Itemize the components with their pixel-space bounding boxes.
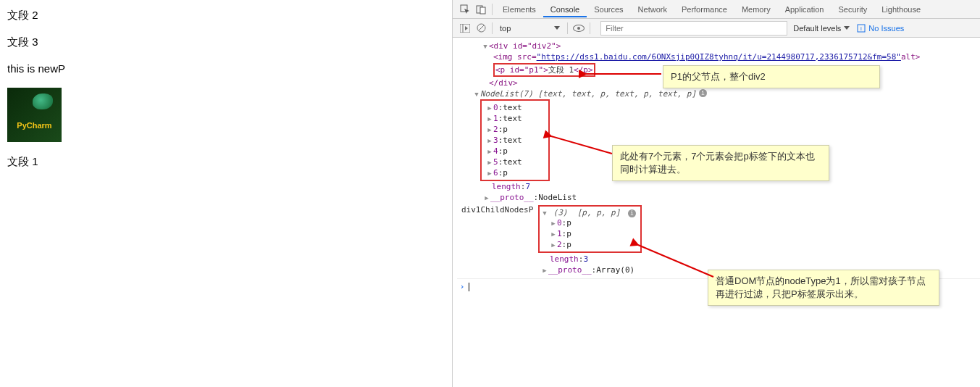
dom-text: 文段 1 bbox=[548, 65, 574, 75]
object-header: NodeList(7) bbox=[480, 89, 533, 99]
device-toggle-icon[interactable] bbox=[473, 1, 489, 17]
page-preview-pane: 文段 2 文段 3 this is newP PyCharm 文段 1 bbox=[0, 0, 453, 387]
filter-input[interactable] bbox=[600, 21, 787, 36]
tab-security[interactable]: Security bbox=[831, 1, 874, 17]
dom-tag: <div id="div2"> bbox=[489, 41, 561, 51]
filter-input-wrap bbox=[600, 21, 787, 36]
tab-lighthouse[interactable]: Lighthouse bbox=[874, 1, 928, 17]
log-label: div1ChildNodesP bbox=[461, 205, 533, 215]
expand-caret-icon[interactable] bbox=[482, 41, 489, 51]
object-prop[interactable]: 2: p bbox=[482, 124, 548, 135]
expand-caret-icon[interactable] bbox=[486, 103, 493, 112]
annotation-note: P1的父节点，整个div2 bbox=[663, 65, 880, 88]
paragraph: 文段 3 bbox=[7, 36, 445, 49]
tab-performance[interactable]: Performance bbox=[674, 1, 734, 17]
expand-caret-icon[interactable] bbox=[550, 240, 557, 249]
live-expression-icon[interactable] bbox=[571, 20, 587, 36]
expand-caret-icon[interactable] bbox=[541, 208, 548, 217]
context-selector[interactable]: top bbox=[495, 24, 564, 33]
separator bbox=[590, 22, 590, 34]
console-body: <div id="div2"> <img src="https://dss1.b… bbox=[453, 38, 980, 387]
paragraph: 文段 1 bbox=[7, 155, 445, 169]
expand-caret-icon[interactable] bbox=[550, 229, 557, 238]
object-header: (3) bbox=[553, 208, 568, 217]
tab-sources[interactable]: Sources bbox=[587, 1, 630, 17]
object-prop[interactable]: 2: p bbox=[550, 239, 636, 250]
separator bbox=[492, 22, 493, 34]
expand-caret-icon[interactable] bbox=[541, 265, 548, 275]
object-prop[interactable]: 1: p bbox=[550, 228, 636, 239]
expand-caret-icon[interactable] bbox=[483, 193, 490, 202]
arrow-icon bbox=[547, 132, 619, 161]
issues-button[interactable]: i No Issues bbox=[857, 24, 904, 33]
paragraph: 文段 2 bbox=[7, 9, 445, 22]
tab-network[interactable]: Network bbox=[631, 1, 674, 17]
tab-memory[interactable]: Memory bbox=[734, 1, 778, 17]
expand-caret-icon[interactable] bbox=[486, 125, 493, 134]
img-src-link[interactable]: "https://dss1.baidu.com/6ONXsjip0QIZ8tyh… bbox=[537, 52, 901, 62]
object-prop[interactable]: __proto__: NodeList bbox=[457, 192, 980, 203]
chevron-right-icon: › bbox=[457, 282, 467, 291]
info-icon[interactable]: i bbox=[699, 89, 707, 97]
devtools-tabbar: Elements Console Sources Network Perform… bbox=[453, 0, 980, 19]
log-levels-selector[interactable]: Default levels bbox=[793, 24, 850, 33]
separator bbox=[567, 22, 568, 34]
object-prop[interactable]: 6: p bbox=[482, 167, 548, 178]
inspect-icon[interactable] bbox=[457, 1, 473, 17]
console-toolbar: top Default levels i No Issues bbox=[453, 19, 980, 38]
svg-rect-2 bbox=[480, 7, 485, 14]
dom-tag: alt> bbox=[901, 52, 921, 62]
object-row[interactable]: NodeList(7) [text, text, p, text, p, tex… bbox=[457, 88, 980, 99]
devtools-panel: Elements Console Sources Network Perform… bbox=[453, 0, 980, 387]
dom-tag: <p id="p1"> bbox=[495, 65, 548, 75]
expand-caret-icon[interactable] bbox=[486, 136, 493, 145]
nodelist-items-box: 0: text1: text2: p3: text4: p5: text6: p bbox=[480, 99, 550, 181]
object-prop[interactable]: 3: text bbox=[482, 135, 548, 146]
dom-tag: <img src= bbox=[493, 52, 537, 62]
object-preview: [text, text, p, text, p, text, p] bbox=[537, 89, 696, 99]
annotation-note: 此处有7个元素，7个元素会把p标签下的文本也同时计算进去。 bbox=[612, 145, 829, 181]
arrow-icon bbox=[634, 241, 721, 284]
separator bbox=[492, 4, 493, 15]
annotation-note: 普通DOM节点的nodeType为1，所以需对孩子节点再进行过滤，只把P标签展示… bbox=[708, 270, 939, 306]
object-prop[interactable]: 0: text bbox=[482, 102, 548, 113]
info-icon[interactable]: i bbox=[628, 209, 636, 217]
dom-tag: </div> bbox=[489, 78, 518, 88]
object-prop: length: 7 bbox=[457, 181, 980, 192]
arrow-icon bbox=[582, 67, 669, 81]
dom-node[interactable]: <div id="div2"> bbox=[457, 41, 980, 51]
object-preview: [p, p, p] bbox=[577, 208, 621, 217]
object-prop[interactable]: 1: text bbox=[482, 113, 548, 124]
tab-console[interactable]: Console bbox=[543, 1, 587, 17]
svg-line-11 bbox=[638, 245, 713, 277]
tab-elements[interactable]: Elements bbox=[495, 1, 543, 17]
expand-caret-icon[interactable] bbox=[486, 157, 493, 167]
paragraph: this is newP bbox=[7, 62, 445, 75]
svg-line-10 bbox=[551, 136, 612, 154]
clear-console-icon[interactable] bbox=[473, 20, 489, 36]
expand-caret-icon[interactable] bbox=[486, 146, 493, 156]
object-prop[interactable]: 0: p bbox=[550, 217, 636, 228]
dom-node[interactable]: <img src="https://dss1.baidu.com/6ONXsji… bbox=[457, 51, 980, 62]
object-prop[interactable]: 5: text bbox=[482, 157, 548, 167]
expand-caret-icon[interactable] bbox=[486, 114, 493, 123]
object-prop[interactable]: 4: p bbox=[482, 146, 548, 157]
sidebar-toggle-icon[interactable] bbox=[457, 20, 473, 36]
svg-line-6 bbox=[479, 25, 484, 30]
expand-caret-icon[interactable] bbox=[486, 168, 493, 178]
expand-caret-icon[interactable] bbox=[473, 89, 480, 99]
expand-caret-icon[interactable] bbox=[550, 218, 557, 228]
svg-text:i: i bbox=[860, 25, 862, 32]
pycharm-image: PyCharm bbox=[7, 88, 62, 142]
tab-application[interactable]: Application bbox=[778, 1, 832, 17]
